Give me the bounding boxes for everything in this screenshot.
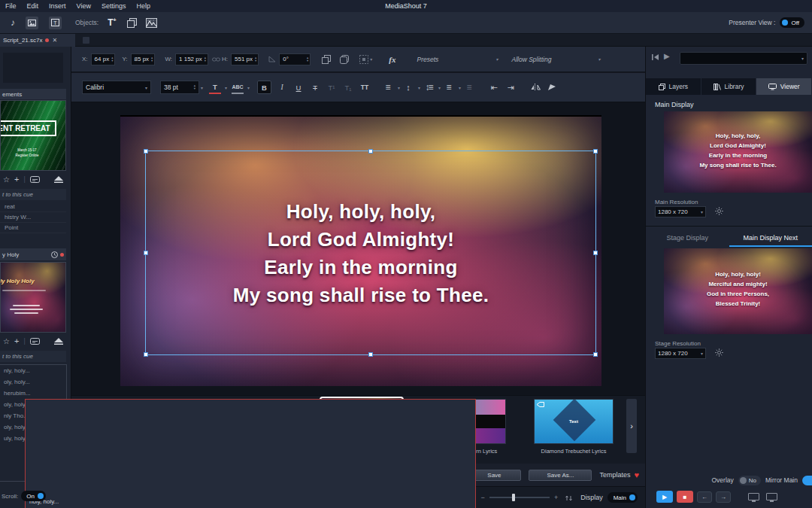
previous-page-button[interactable]: ← [697, 491, 712, 503]
h-field[interactable]: 551 px▴▾ [231, 53, 259, 65]
cue-settings-icon[interactable] [30, 338, 40, 345]
presets-dropdown[interactable]: Presets▾ [417, 56, 498, 63]
main-resolution-dropdown[interactable]: 1280 x 720▾ [655, 206, 706, 217]
menu-help[interactable]: Help [131, 2, 156, 10]
monitor-2-icon[interactable] [766, 493, 777, 500]
attached-item[interactable]: reat [0, 202, 66, 212]
resize-handle[interactable] [593, 149, 598, 154]
indent-increase-button[interactable]: ⇥ [504, 81, 517, 94]
line-spacing-caret[interactable]: ▾ [438, 85, 441, 90]
cue-retreat-thumbnail[interactable]: ENT RETREAT March 15-17 Register Online [0, 100, 66, 171]
add-icon[interactable]: + [14, 175, 19, 184]
resize-handle[interactable] [593, 352, 598, 357]
resize-handle[interactable] [144, 251, 148, 255]
resize-handle[interactable] [144, 352, 148, 357]
selection-box[interactable] [145, 151, 596, 355]
media-effects-icon[interactable] [146, 18, 157, 28]
star-icon[interactable]: ☆ [3, 337, 10, 345]
list-button[interactable]: ≡ [443, 81, 455, 94]
x-field[interactable]: 64 px▴▾ [91, 53, 116, 65]
strikethrough-button[interactable]: T [309, 81, 321, 94]
cue-announcements-header[interactable]: ements [0, 89, 66, 99]
tab-main-display-next[interactable]: Main Display Next [729, 230, 812, 245]
overlay-toggle[interactable]: No [738, 476, 761, 485]
font-color-button[interactable]: T [209, 81, 221, 94]
line-spacing-button[interactable]: ↕≡ [423, 81, 435, 94]
text-style-caret[interactable]: ▾ [247, 85, 250, 90]
tab-library[interactable]: Library [701, 78, 757, 95]
stage-resolution-dropdown[interactable]: 1280 x 720▾ [655, 348, 706, 359]
monitor-1-icon[interactable] [748, 493, 759, 500]
valign-caret[interactable]: ▾ [418, 85, 420, 90]
tab-layers[interactable]: Layers [646, 78, 701, 95]
tab-stage-display[interactable]: Stage Display [646, 230, 729, 245]
zoom-reset-icon[interactable] [565, 494, 573, 502]
attached-item[interactable]: Point [0, 223, 66, 233]
skip-back-icon[interactable] [652, 53, 659, 61]
font-size-caret[interactable]: ▾ [201, 85, 203, 90]
allow-splitting-dropdown[interactable]: Allow Splitting▾ [511, 56, 600, 63]
eject-icon[interactable] [54, 338, 63, 345]
play-preview-icon[interactable]: ▶ [664, 52, 670, 60]
y-field[interactable]: 85 px▴▾ [131, 53, 156, 65]
resize-handle[interactable] [368, 352, 373, 357]
music-note-icon[interactable]: ♪ [11, 17, 15, 28]
templates-menu[interactable]: Templates ♥ [599, 470, 639, 479]
main-resolution-gear-icon[interactable] [715, 207, 723, 215]
resize-handle[interactable] [368, 149, 373, 154]
mirror-main-toggle[interactable] [802, 476, 812, 485]
template-diamond-trebuchet[interactable]: Text [534, 399, 614, 444]
menu-edit[interactable]: Edit [22, 2, 44, 10]
indent-decrease-button[interactable]: ⇤ [488, 81, 500, 94]
text-style-button[interactable]: ABC [232, 81, 244, 94]
bold-button[interactable]: B [257, 81, 271, 94]
tab-script[interactable]: Script_21.sc7x ✕ [0, 34, 75, 47]
presenter-view-toggle[interactable]: Off [780, 17, 804, 28]
zoom-in-icon[interactable]: + [554, 494, 558, 501]
add-text-object-icon[interactable]: T+ [108, 17, 116, 28]
vertical-align-button[interactable]: ↕ [402, 81, 414, 94]
skew-icon[interactable] [546, 81, 558, 94]
w-field[interactable]: 1 152 px▴▾ [175, 53, 208, 65]
caps-button[interactable]: TT [359, 81, 371, 94]
superscript-button[interactable]: T¹ [326, 81, 338, 94]
display-target-toggle[interactable]: Main [607, 492, 638, 503]
cue-settings-icon[interactable] [30, 176, 40, 183]
strip-scroll-right-button[interactable]: › [626, 399, 637, 453]
eject-icon[interactable] [54, 176, 63, 183]
stage-resolution-gear-icon[interactable] [715, 348, 723, 357]
verse-row[interactable]: nly, holy... [0, 365, 66, 376]
star-icon[interactable]: ☆ [3, 175, 10, 184]
layered-objects-icon[interactable] [127, 18, 137, 28]
resize-handle[interactable] [144, 149, 148, 154]
fire-play-button[interactable]: ▶ [656, 491, 673, 503]
copy-style-icon[interactable] [340, 55, 349, 64]
list-caret[interactable]: ▾ [459, 85, 461, 90]
next-page-button[interactable]: → [716, 491, 731, 503]
menu-file[interactable]: File [0, 2, 22, 10]
zoom-slider[interactable] [489, 497, 550, 498]
attached-item[interactable]: histry W... [0, 212, 66, 223]
resize-handle[interactable] [593, 251, 598, 255]
zoom-out-icon[interactable]: − [481, 494, 485, 501]
duplicate-icon[interactable] [322, 55, 331, 64]
align-caret[interactable]: ▾ [398, 85, 400, 90]
underline-button[interactable]: U [292, 81, 304, 94]
add-icon[interactable]: + [14, 336, 19, 345]
verse-row[interactable]: herubim... [0, 388, 66, 399]
new-tab-button[interactable] [83, 37, 89, 44]
verse-row[interactable]: oly, holy... [0, 376, 66, 388]
fx-button[interactable]: fx [389, 55, 395, 64]
rotation-field[interactable]: 0°▴▾ [279, 53, 311, 65]
cue-holy-thumbnail[interactable]: oly Holy Holy [0, 262, 66, 333]
scroll-toggle[interactable]: On [21, 491, 46, 501]
audio-track-dropdown[interactable]: ▾ [680, 52, 807, 65]
subscript-button[interactable]: T₁ [342, 81, 354, 94]
align-center-button[interactable]: ≡ [382, 81, 394, 94]
save-as-button[interactable]: Save As... [529, 470, 592, 481]
cue-holy-header[interactable]: y Holy [0, 248, 66, 260]
align-objects-dropdown[interactable]: ▾ [359, 55, 372, 64]
font-size-combo[interactable]: 38 pt▴▾ [160, 81, 199, 94]
close-tab-icon[interactable]: ✕ [52, 37, 57, 44]
text-frame-icon[interactable]: T [49, 17, 62, 29]
